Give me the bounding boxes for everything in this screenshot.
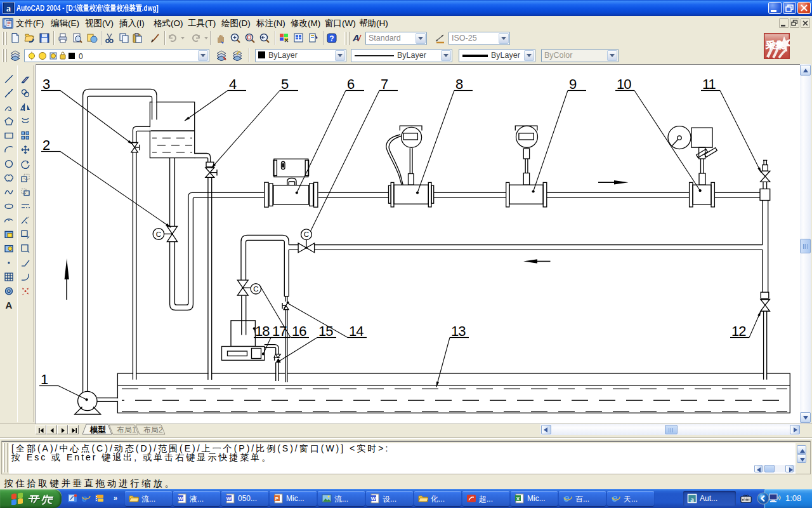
svg-text:17: 17 [272,323,287,339]
svg-text:4: 4 [229,76,237,92]
svg-text:15: 15 [318,323,333,339]
svg-text:布局2: 布局2 [143,425,163,434]
svg-text:C: C [253,285,258,293]
svg-text:a: a [6,4,11,13]
svg-text:7: 7 [381,76,388,92]
svg-text:布局1: 布局1 [117,425,136,434]
svg-text:W: W [371,496,376,502]
svg-text:a: a [690,495,694,503]
svg-text:3: 3 [43,76,50,92]
svg-text:»: » [114,494,117,502]
svg-text:12: 12 [731,323,746,339]
svg-text:14: 14 [349,323,363,339]
svg-text:13: 13 [451,323,466,339]
svg-text:16: 16 [292,323,306,339]
svg-text:0: 0 [79,52,83,61]
svg-text:11: 11 [702,76,716,92]
svg-text:2: 2 [43,137,50,153]
svg-text:1: 1 [41,371,48,387]
svg-text:9: 9 [569,76,577,92]
svg-text:5: 5 [281,76,289,92]
svg-text:10: 10 [617,76,631,92]
svg-text:模型: 模型 [89,425,107,434]
svg-text:A: A [352,32,360,43]
svg-text:W: W [226,496,232,502]
svg-text:采集: 采集 [765,39,785,50]
svg-text:X: X [516,496,520,502]
svg-text:P: P [275,496,279,502]
svg-text:?: ? [329,34,334,43]
svg-text:6: 6 [347,76,355,92]
svg-text:A: A [6,300,13,311]
svg-text:C: C [156,231,161,238]
svg-text:18: 18 [255,323,270,339]
svg-text:8: 8 [455,76,463,92]
svg-text:C: C [304,231,309,238]
svg-text:W: W [178,496,183,502]
